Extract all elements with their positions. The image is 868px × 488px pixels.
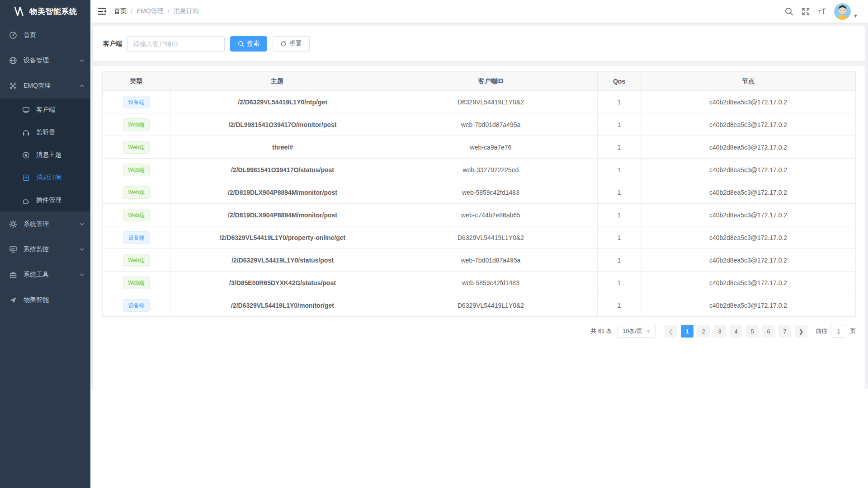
topic-cell: /2/D6329VL54419L1Y0/status/post bbox=[170, 249, 384, 272]
goto-page-input[interactable] bbox=[831, 325, 846, 338]
sidebar-item-emq-management[interactable]: EMQ管理 bbox=[0, 73, 90, 99]
prev-page-button[interactable]: ❮ bbox=[665, 325, 677, 338]
type-tag: Web端 bbox=[123, 209, 149, 221]
page-button-2[interactable]: 2 bbox=[697, 325, 710, 338]
monitor-chart-icon bbox=[9, 245, 17, 253]
node-cell: c40b2d8ea5c3@172.17.0.2 bbox=[641, 113, 856, 136]
caret-down-icon: ▼ bbox=[853, 13, 858, 19]
sidebar-item-plugin-management[interactable]: 插件管理 bbox=[0, 189, 90, 211]
page-button-3[interactable]: 3 bbox=[713, 325, 726, 338]
breadcrumb-separator: / bbox=[168, 8, 170, 15]
breadcrumb-home[interactable]: 首页 bbox=[114, 7, 127, 15]
sidebar-toggle-button[interactable] bbox=[90, 0, 114, 23]
type-tag: 设备端 bbox=[123, 96, 150, 108]
column-header-client-id: 客户端ID bbox=[384, 72, 598, 91]
sidebar-item-message-topic[interactable]: 消息主题 bbox=[0, 144, 90, 166]
sidebar-item-system-tools[interactable]: 系统工具 bbox=[0, 262, 90, 287]
type-cell: 设备端 bbox=[103, 91, 170, 113]
next-page-button[interactable]: ❯ bbox=[795, 325, 807, 338]
topic-cell: /2/DL9981541O39417O/monitor/post bbox=[170, 113, 384, 136]
sidebar-item-device-management[interactable]: 设备管理 bbox=[0, 48, 90, 73]
sidebar-item-system-management[interactable]: 系统管理 bbox=[0, 211, 90, 237]
type-cell: Web端 bbox=[103, 136, 170, 159]
table-row: 设备端 /2/D6329VL54419L1Y0/property-online/… bbox=[103, 226, 856, 249]
column-header-topic: 主题 bbox=[170, 72, 384, 91]
client-id-cell: D6329VL54419L1Y0&2 bbox=[384, 294, 598, 317]
content-area: 客户端 搜索 重置 类型 主题 客户端ID bbox=[90, 23, 868, 389]
sidebar-item-client[interactable]: 客户端 bbox=[0, 99, 90, 121]
client-id-input[interactable] bbox=[127, 36, 225, 52]
search-icon[interactable] bbox=[785, 7, 793, 16]
type-tag: Web端 bbox=[123, 164, 149, 176]
user-menu[interactable]: ▼ bbox=[834, 3, 858, 20]
sidebar-item-message-subscription[interactable]: 消息订阅 bbox=[0, 166, 90, 189]
sidebar-item-home[interactable]: 首页 bbox=[0, 23, 90, 48]
sidebar-item-label: 插件管理 bbox=[36, 196, 61, 204]
qos-cell: 1 bbox=[598, 272, 641, 294]
font-size-icon[interactable]: TT bbox=[818, 8, 826, 15]
client-id-cell: web-5859c42fd1483 bbox=[384, 272, 598, 294]
page-button-7[interactable]: 7 bbox=[778, 325, 791, 338]
qos-cell: 1 bbox=[598, 226, 641, 249]
sidebar-item-label: 消息主题 bbox=[36, 151, 61, 159]
page-button-4[interactable]: 4 bbox=[730, 325, 742, 338]
type-cell: 设备端 bbox=[103, 294, 170, 317]
node-cell: c40b2d8ea5c3@172.17.0.2 bbox=[641, 226, 856, 249]
table-row: Web端 /2/D819DLX904P8894M/monitor/post we… bbox=[103, 204, 856, 226]
qos-cell: 1 bbox=[598, 181, 641, 204]
node-cell: c40b2d8ea5c3@172.17.0.2 bbox=[641, 204, 856, 226]
app-logo[interactable]: 物美智能系统 bbox=[0, 0, 90, 23]
qos-cell: 1 bbox=[598, 294, 641, 317]
brand-logo-icon bbox=[14, 6, 25, 16]
sidebar: 物美智能系统 首页 设备管理 EMQ管理 客户端 bbox=[0, 0, 90, 488]
type-tag: Web端 bbox=[123, 186, 149, 199]
client-id-cell: web-7bd01d87a495a bbox=[384, 249, 598, 272]
table-row: Web端 three/# web-ca9a7e76 1 c40b2d8ea5c3… bbox=[103, 136, 856, 159]
node-cell: c40b2d8ea5c3@172.17.0.2 bbox=[641, 181, 856, 204]
search-button-label: 搜索 bbox=[247, 40, 259, 48]
goto-page: 前往 页 bbox=[816, 325, 856, 338]
sidebar-item-label: 消息订阅 bbox=[36, 174, 61, 182]
breadcrumb-current: 消息订阅 bbox=[174, 7, 199, 15]
subscription-icon bbox=[22, 174, 30, 182]
client-id-cell: D6329VL54419L1Y0&2 bbox=[384, 91, 598, 113]
column-header-type: 类型 bbox=[103, 72, 170, 91]
chevron-up-icon bbox=[80, 84, 84, 87]
sidebar-item-wumei-smart[interactable]: 物美智能 bbox=[0, 287, 90, 313]
node-cell: c40b2d8ea5c3@172.17.0.2 bbox=[641, 91, 856, 113]
table-header-row: 类型 主题 客户端ID Qos 节点 bbox=[103, 72, 856, 91]
page-button-1[interactable]: 1 bbox=[681, 325, 693, 338]
drone-icon bbox=[9, 82, 17, 90]
fullscreen-icon[interactable] bbox=[802, 7, 810, 16]
topic-cell: /2/D6329VL54419L1Y0/property-online/get bbox=[170, 226, 384, 249]
sidebar-item-label: EMQ管理 bbox=[24, 82, 51, 90]
page-size-select[interactable]: 10条/页 ▼ bbox=[618, 325, 656, 338]
node-cell: c40b2d8ea5c3@172.17.0.2 bbox=[641, 294, 856, 317]
topic-cell: /2/D819DLX904P8894M/monitor/post bbox=[170, 181, 384, 204]
type-cell: Web端 bbox=[103, 113, 170, 136]
page-button-5[interactable]: 5 bbox=[746, 325, 759, 338]
reset-button-label: 重置 bbox=[289, 40, 302, 48]
page-size-value: 10条/页 bbox=[623, 327, 642, 335]
search-button[interactable]: 搜索 bbox=[230, 36, 267, 52]
sidebar-item-system-monitoring[interactable]: 系统监控 bbox=[0, 237, 90, 262]
gear-icon bbox=[9, 220, 17, 228]
table-row: Web端 /2/DL9981541O39417O/status/post web… bbox=[103, 159, 856, 181]
breadcrumb: 首页 / EMQ管理 / 消息订阅 bbox=[114, 7, 199, 15]
topic-cell: three/# bbox=[170, 136, 384, 159]
sidebar-item-listener[interactable]: 监听器 bbox=[0, 121, 90, 144]
sidebar-item-label: 客户端 bbox=[36, 106, 55, 114]
table-row: 设备端 /2/D6329VL54419L1Y0/monitor/get D632… bbox=[103, 294, 856, 317]
page-button-6[interactable]: 6 bbox=[762, 325, 775, 338]
hash-circle-icon bbox=[22, 151, 30, 159]
type-cell: Web端 bbox=[103, 204, 170, 226]
emq-submenu: 客户端 监听器 消息主题 消息订阅 插件管理 bbox=[0, 99, 90, 211]
table-row: Web端 /2/D6329VL54419L1Y0/status/post web… bbox=[103, 249, 856, 272]
reset-button[interactable]: 重置 bbox=[273, 36, 310, 52]
subscription-table-panel: 类型 主题 客户端ID Qos 节点 设备端 /2/D6329VL54419L1… bbox=[93, 66, 865, 389]
breadcrumb-separator: / bbox=[131, 8, 132, 15]
topic-cell: /2/D819DLX904P8894M/monitor/post bbox=[170, 204, 384, 226]
total-count: 共 61 条 bbox=[590, 327, 612, 335]
sidebar-item-label: 监听器 bbox=[36, 128, 55, 136]
type-tag: 设备端 bbox=[123, 299, 150, 312]
